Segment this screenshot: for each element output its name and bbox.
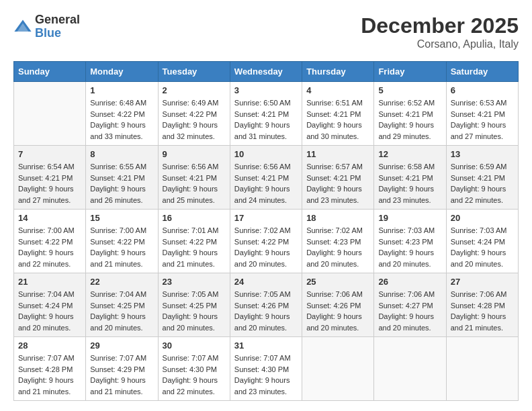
calendar-day-cell: 21Sunrise: 7:04 AMSunset: 4:24 PMDayligh… <box>14 273 86 337</box>
day-number: 17 <box>234 213 298 223</box>
day-info: Sunrise: 7:05 AMSunset: 4:26 PMDaylight:… <box>234 289 298 333</box>
day-number: 10 <box>234 149 298 159</box>
day-info: Sunrise: 6:55 AMSunset: 4:21 PMDaylight:… <box>90 161 153 205</box>
calendar-day-header: Thursday <box>302 62 374 82</box>
day-info: Sunrise: 6:59 AMSunset: 4:21 PMDaylight:… <box>451 161 514 205</box>
calendar-day-header: Tuesday <box>158 62 230 82</box>
calendar-day-cell: 23Sunrise: 7:05 AMSunset: 4:25 PMDayligh… <box>158 273 230 337</box>
title-block: December 2025 Corsano, Apulia, Italy <box>361 13 519 50</box>
day-info: Sunrise: 6:58 AMSunset: 4:21 PMDaylight:… <box>378 161 441 205</box>
logo-general-text: General <box>35 13 80 27</box>
day-number: 20 <box>451 213 514 223</box>
day-number: 28 <box>18 340 81 351</box>
day-number: 5 <box>378 85 441 95</box>
calendar-day-cell: 25Sunrise: 7:06 AMSunset: 4:26 PMDayligh… <box>302 273 374 337</box>
page-header: General Blue December 2025 Corsano, Apul… <box>13 13 519 50</box>
day-number: 31 <box>234 340 298 351</box>
calendar-day-cell <box>446 337 518 401</box>
day-info: Sunrise: 7:07 AMSunset: 4:30 PMDaylight:… <box>163 353 226 397</box>
calendar-day-cell: 13Sunrise: 6:59 AMSunset: 4:21 PMDayligh… <box>446 146 518 210</box>
day-number: 11 <box>306 149 369 159</box>
calendar-day-cell: 24Sunrise: 7:05 AMSunset: 4:26 PMDayligh… <box>230 273 302 337</box>
day-info: Sunrise: 6:51 AMSunset: 4:21 PMDaylight:… <box>306 97 369 142</box>
calendar-day-cell: 27Sunrise: 7:06 AMSunset: 4:28 PMDayligh… <box>446 273 518 337</box>
calendar-day-cell: 9Sunrise: 6:56 AMSunset: 4:21 PMDaylight… <box>158 146 230 210</box>
day-number: 4 <box>306 85 369 95</box>
location-text: Corsano, Apulia, Italy <box>361 38 519 50</box>
day-info: Sunrise: 7:06 AMSunset: 4:26 PMDaylight:… <box>306 289 369 333</box>
day-number: 13 <box>451 149 514 159</box>
day-info: Sunrise: 7:07 AMSunset: 4:28 PMDaylight:… <box>18 353 81 397</box>
month-title: December 2025 <box>361 13 519 38</box>
day-info: Sunrise: 7:00 AMSunset: 4:22 PMDaylight:… <box>90 225 153 269</box>
calendar-day-header: Friday <box>374 62 446 82</box>
calendar-day-cell: 12Sunrise: 6:58 AMSunset: 4:21 PMDayligh… <box>374 146 446 210</box>
day-number: 14 <box>18 213 81 223</box>
calendar-day-cell: 19Sunrise: 7:03 AMSunset: 4:23 PMDayligh… <box>374 210 446 273</box>
day-number: 25 <box>306 277 369 287</box>
day-number: 26 <box>378 277 441 287</box>
calendar-day-header: Saturday <box>446 62 518 82</box>
calendar-day-cell: 10Sunrise: 6:56 AMSunset: 4:21 PMDayligh… <box>230 146 302 210</box>
logo: General Blue <box>13 13 80 40</box>
day-number: 12 <box>378 149 441 159</box>
calendar-day-cell: 28Sunrise: 7:07 AMSunset: 4:28 PMDayligh… <box>14 337 86 401</box>
day-info: Sunrise: 7:06 AMSunset: 4:28 PMDaylight:… <box>451 289 514 333</box>
calendar-day-cell: 5Sunrise: 6:52 AMSunset: 4:21 PMDaylight… <box>374 82 446 146</box>
day-number: 16 <box>163 213 226 223</box>
day-info: Sunrise: 7:04 AMSunset: 4:25 PMDaylight:… <box>90 289 153 333</box>
day-info: Sunrise: 6:54 AMSunset: 4:21 PMDaylight:… <box>18 161 81 205</box>
calendar-week-row: 1Sunrise: 6:48 AMSunset: 4:22 PMDaylight… <box>14 82 519 146</box>
day-info: Sunrise: 7:03 AMSunset: 4:24 PMDaylight:… <box>451 225 514 269</box>
day-number: 21 <box>18 277 81 287</box>
logo-icon <box>13 17 32 36</box>
day-number: 3 <box>234 85 298 95</box>
day-info: Sunrise: 7:03 AMSunset: 4:23 PMDaylight:… <box>378 225 441 269</box>
calendar-day-cell <box>374 337 446 401</box>
calendar-week-row: 14Sunrise: 7:00 AMSunset: 4:22 PMDayligh… <box>14 210 519 273</box>
calendar-day-cell: 4Sunrise: 6:51 AMSunset: 4:21 PMDaylight… <box>302 82 374 146</box>
day-number: 29 <box>90 340 153 351</box>
calendar-day-cell: 30Sunrise: 7:07 AMSunset: 4:30 PMDayligh… <box>158 337 230 401</box>
day-info: Sunrise: 7:01 AMSunset: 4:22 PMDaylight:… <box>163 225 226 269</box>
calendar-day-cell: 2Sunrise: 6:49 AMSunset: 4:22 PMDaylight… <box>158 82 230 146</box>
calendar-header-row: SundayMondayTuesdayWednesdayThursdayFrid… <box>14 62 519 82</box>
calendar-day-cell <box>302 337 374 401</box>
calendar-day-cell: 16Sunrise: 7:01 AMSunset: 4:22 PMDayligh… <box>158 210 230 273</box>
calendar-day-cell: 8Sunrise: 6:55 AMSunset: 4:21 PMDaylight… <box>86 146 158 210</box>
day-number: 24 <box>234 277 298 287</box>
day-info: Sunrise: 7:07 AMSunset: 4:30 PMDaylight:… <box>234 353 298 397</box>
day-number: 27 <box>451 277 514 287</box>
day-info: Sunrise: 6:56 AMSunset: 4:21 PMDaylight:… <box>234 161 298 205</box>
day-info: Sunrise: 7:00 AMSunset: 4:22 PMDaylight:… <box>18 225 81 269</box>
logo-text: General Blue <box>35 13 80 40</box>
calendar-day-cell: 14Sunrise: 7:00 AMSunset: 4:22 PMDayligh… <box>14 210 86 273</box>
day-number: 8 <box>90 149 153 159</box>
calendar-week-row: 7Sunrise: 6:54 AMSunset: 4:21 PMDaylight… <box>14 146 519 210</box>
day-info: Sunrise: 7:06 AMSunset: 4:27 PMDaylight:… <box>378 289 441 333</box>
day-info: Sunrise: 6:50 AMSunset: 4:21 PMDaylight:… <box>234 97 298 142</box>
day-info: Sunrise: 6:49 AMSunset: 4:22 PMDaylight:… <box>163 97 226 142</box>
day-info: Sunrise: 6:53 AMSunset: 4:21 PMDaylight:… <box>451 97 514 142</box>
calendar-day-cell: 20Sunrise: 7:03 AMSunset: 4:24 PMDayligh… <box>446 210 518 273</box>
calendar-day-cell: 31Sunrise: 7:07 AMSunset: 4:30 PMDayligh… <box>230 337 302 401</box>
calendar-day-cell: 6Sunrise: 6:53 AMSunset: 4:21 PMDaylight… <box>446 82 518 146</box>
calendar-day-cell: 7Sunrise: 6:54 AMSunset: 4:21 PMDaylight… <box>14 146 86 210</box>
calendar-day-cell: 18Sunrise: 7:02 AMSunset: 4:23 PMDayligh… <box>302 210 374 273</box>
calendar-week-row: 21Sunrise: 7:04 AMSunset: 4:24 PMDayligh… <box>14 273 519 337</box>
day-number: 9 <box>163 149 226 159</box>
calendar-day-cell: 26Sunrise: 7:06 AMSunset: 4:27 PMDayligh… <box>374 273 446 337</box>
day-number: 15 <box>90 213 153 223</box>
calendar-day-cell: 29Sunrise: 7:07 AMSunset: 4:29 PMDayligh… <box>86 337 158 401</box>
day-info: Sunrise: 7:04 AMSunset: 4:24 PMDaylight:… <box>18 289 81 333</box>
calendar-day-cell: 11Sunrise: 6:57 AMSunset: 4:21 PMDayligh… <box>302 146 374 210</box>
day-info: Sunrise: 7:02 AMSunset: 4:22 PMDaylight:… <box>234 225 298 269</box>
calendar-day-cell <box>14 82 86 146</box>
calendar-day-cell: 22Sunrise: 7:04 AMSunset: 4:25 PMDayligh… <box>86 273 158 337</box>
calendar-day-header: Monday <box>86 62 158 82</box>
day-info: Sunrise: 6:56 AMSunset: 4:21 PMDaylight:… <box>163 161 226 205</box>
day-number: 22 <box>90 277 153 287</box>
day-number: 30 <box>163 340 226 351</box>
calendar-day-cell: 15Sunrise: 7:00 AMSunset: 4:22 PMDayligh… <box>86 210 158 273</box>
day-number: 23 <box>163 277 226 287</box>
